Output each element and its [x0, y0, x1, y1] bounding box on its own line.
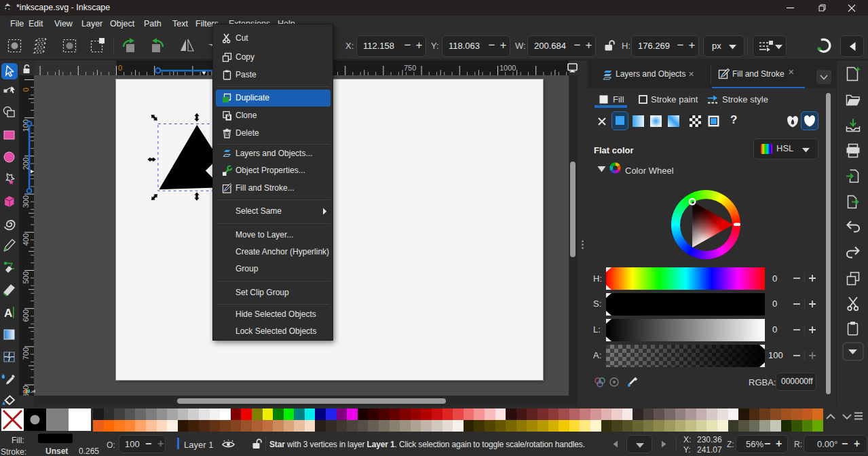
svg-text:400: 400: [22, 233, 30, 246]
svg-text:300: 300: [22, 195, 30, 208]
svg-text:1000: 1000: [499, 64, 516, 72]
svg-text:600: 600: [22, 309, 30, 322]
svg-text:700: 700: [22, 347, 30, 360]
svg-text:750: 750: [404, 64, 416, 72]
svg-text:A: A: [4, 307, 12, 320]
svg-text:0: 0: [22, 88, 30, 92]
svg-text:500: 500: [22, 271, 30, 284]
svg-text:0: 0: [118, 64, 122, 72]
